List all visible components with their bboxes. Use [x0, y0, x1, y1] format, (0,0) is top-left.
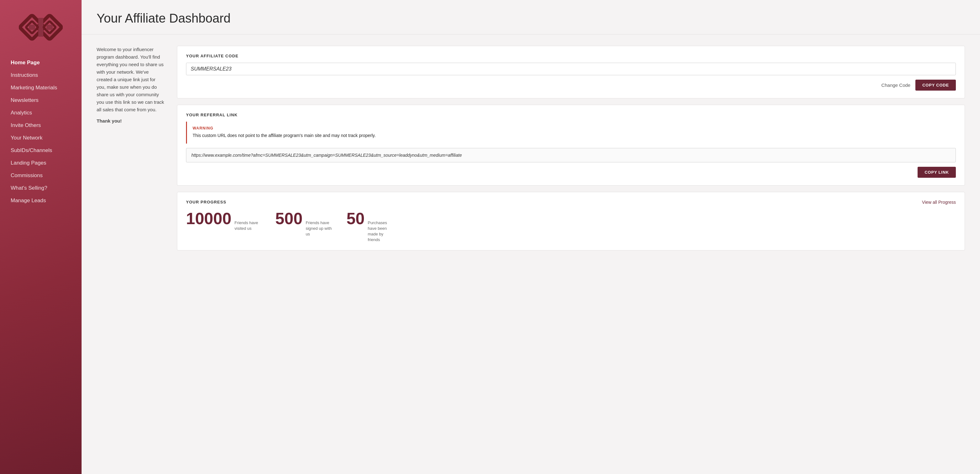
stat-item: 10000Friends have visited us: [186, 210, 263, 243]
stat-label: Friends have signed up with us: [305, 220, 334, 237]
code-input-row: [186, 63, 956, 75]
affiliate-code-input[interactable]: [186, 63, 956, 75]
sidebar-item-invite-others[interactable]: Invite Others: [0, 119, 81, 132]
sidebar-item-analytics[interactable]: Analytics: [0, 106, 81, 119]
affiliate-code-card: YOUR AFFILIATE CODE Change Code COPY COD…: [177, 46, 965, 98]
view-all-progress-link[interactable]: View all Progress: [922, 200, 956, 205]
cards-column: YOUR AFFILIATE CODE Change Code COPY COD…: [177, 46, 965, 250]
sidebar-item-your-network[interactable]: Your Network: [0, 132, 81, 144]
intro-body: Welcome to your influencer program dashb…: [97, 46, 165, 114]
svg-rect-6: [46, 25, 53, 30]
sidebar-item-home-page[interactable]: Home Page: [0, 56, 81, 69]
warning-label: WARNING: [192, 126, 950, 130]
sidebar-item-landing-pages[interactable]: Landing Pages: [0, 157, 81, 169]
stat-item: 500Friends have signed up with us: [275, 210, 334, 243]
page-header: Your Affiliate Dashboard: [81, 0, 980, 35]
sidebar-item-newsletters[interactable]: Newsletters: [0, 94, 81, 106]
affiliate-code-title: YOUR AFFILIATE CODE: [186, 54, 956, 58]
warning-text: This custom URL does not point to the af…: [192, 132, 950, 139]
warning-block: WARNING This custom URL does not point t…: [186, 122, 956, 144]
sidebar-item-whats-selling[interactable]: What's Selling?: [0, 182, 81, 194]
logo-area: [0, 0, 81, 53]
intro-column: Welcome to your influencer program dashb…: [97, 46, 165, 125]
stat-number: 10000: [186, 210, 232, 227]
referral-link-btn-row: COPY LINK: [186, 167, 956, 178]
progress-stats: 10000Friends have visited us500Friends h…: [186, 210, 956, 243]
affiliate-code-btn-row: Change Code COPY CODE: [186, 79, 956, 90]
sidebar-item-marketing-materials[interactable]: Marketing Materials: [0, 81, 81, 94]
progress-title: YOUR PROGRESS: [186, 200, 226, 205]
stat-item: 50Purchases have been made by friends: [346, 210, 396, 243]
nav-list: Home PageInstructionsMarketing Materials…: [0, 53, 81, 213]
content-area: Welcome to your influencer program dashb…: [81, 35, 980, 262]
stat-number: 50: [346, 210, 364, 227]
main-content: Your Affiliate Dashboard Welcome to your…: [81, 0, 980, 474]
stat-number: 500: [275, 210, 303, 227]
stat-label: Friends have visited us: [235, 220, 263, 231]
stat-label: Purchases have been made by friends: [368, 220, 396, 243]
copy-code-button[interactable]: COPY CODE: [915, 79, 956, 90]
progress-header: YOUR PROGRESS View all Progress: [186, 200, 956, 205]
progress-card: YOUR PROGRESS View all Progress 10000Fri…: [177, 192, 965, 251]
copy-link-button[interactable]: COPY LINK: [918, 167, 956, 178]
sidebar: Home PageInstructionsMarketing Materials…: [0, 0, 81, 474]
sidebar-item-subids-channels[interactable]: SubIDs/Channels: [0, 144, 81, 157]
change-code-button[interactable]: Change Code: [881, 82, 911, 88]
intro-thank-you: Thank you!: [97, 117, 165, 125]
page-title: Your Affiliate Dashboard: [97, 11, 965, 25]
sidebar-item-manage-leads[interactable]: Manage Leads: [0, 194, 81, 207]
sidebar-item-commissions[interactable]: Commissions: [0, 169, 81, 182]
referral-link-title: YOUR REFERRAL LINK: [186, 113, 956, 117]
sidebar-item-instructions[interactable]: Instructions: [0, 69, 81, 81]
referral-link-card: YOUR REFERRAL LINK WARNING This custom U…: [177, 105, 965, 185]
logo-icon: [19, 10, 63, 44]
svg-rect-2: [38, 18, 43, 36]
referral-url-box: https://www.example.com/time?afmc=SUMMER…: [186, 148, 956, 162]
svg-rect-5: [29, 25, 35, 30]
